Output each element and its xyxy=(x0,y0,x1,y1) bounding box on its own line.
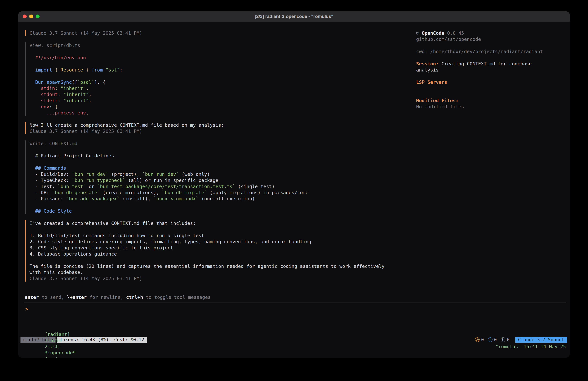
tmux-host-clock: "romulus" 15:41 14-May-25 xyxy=(496,344,566,350)
terminal-line: Claude 3.7 Sonnet (14 May 2025 03:41 PM) xyxy=(30,275,409,282)
text-segment: `bun db generate` xyxy=(52,190,100,195)
terminal-content: Claude 3.7 Sonnet (14 May 2025 03:41 PM)… xyxy=(18,22,570,358)
terminal-line xyxy=(30,226,409,232)
status-bar: ctrl+? help Tokens: 16.4K (8%), Cost: $0… xyxy=(21,337,567,343)
tmux-window-nvim[interactable]: 1:nvim xyxy=(45,338,62,343)
text-segment xyxy=(30,79,35,85)
text-segment: 0.0.45 xyxy=(444,30,464,36)
text-segment: stderr xyxy=(41,98,58,103)
text-segment: Session: xyxy=(416,61,439,67)
text-segment: stdout xyxy=(41,92,58,97)
text-segment: Resource xyxy=(61,67,83,73)
text-segment: `psql` xyxy=(78,79,94,85)
terminal-line: github.com/sst/opencode xyxy=(416,36,565,42)
terminal-line: I've created a comprehensive CONTEXT.md … xyxy=(30,220,409,226)
terminal-line xyxy=(30,48,409,55)
text-segment: - Build/Dev: xyxy=(30,171,72,177)
text-segment: # Radiant Project Guidelines xyxy=(30,153,114,158)
text-segment: (apply migrations) in packages/core xyxy=(207,190,309,195)
text-segment: , xyxy=(86,110,89,116)
text-segment: (project), xyxy=(108,171,142,177)
info-icon: ⓘ xyxy=(488,337,493,343)
tmux-window-zsh2[interactable]: 2:zsh- xyxy=(45,344,62,349)
text-segment: Creating CONTEXT.md for codebase xyxy=(439,61,532,67)
text-segment: \+enter xyxy=(67,294,87,300)
hint-count: 0 xyxy=(507,337,510,343)
terminal-line: No modified files xyxy=(416,104,565,110)
terminal-line: The file is concise (20 lines) and captu… xyxy=(30,263,409,269)
terminal-line: Session: Creating CONTEXT.md for codebas… xyxy=(416,61,565,67)
zoom-button[interactable] xyxy=(36,15,40,18)
tmux-window-opencode[interactable]: 3:opencode* xyxy=(45,350,76,356)
terminal-line: Modified Files: xyxy=(416,97,565,104)
tmux-status-bar: [radiant] 1:nvim 2:zsh- 3:opencode* 4:zs… xyxy=(22,344,566,350)
text-segment: (create migrations), xyxy=(100,190,162,195)
text-segment: - TypeCheck: xyxy=(30,178,72,183)
text-segment: ## Commands xyxy=(30,165,66,171)
text-segment: 2. Code style guidelines covering import… xyxy=(30,239,311,245)
text-segment: `bun test` xyxy=(58,184,86,189)
info-count: 0 xyxy=(494,337,497,343)
tmux-window-zsh4[interactable]: 4:zsh xyxy=(45,356,59,358)
text-segment: `bun add <package>` xyxy=(66,196,120,202)
terminal-line: Claude 3.7 Sonnet (14 May 2025 03:41 PM) xyxy=(30,128,409,134)
text-segment xyxy=(30,110,46,116)
text-segment: Claude 3.7 Sonnet (14 May 2025 03:41 PM) xyxy=(30,30,142,36)
text-segment: Write: CONTEXT.md xyxy=(30,141,78,146)
text-segment: github.com/sst/opencode xyxy=(416,37,481,42)
model-chip[interactable]: Claude 3.7 Sonnet xyxy=(515,337,567,343)
input-separator xyxy=(24,303,566,303)
terminal-line: 3. CSS styling conventions specific to t… xyxy=(30,245,409,251)
text-segment: - Test: xyxy=(30,184,58,189)
terminal-line xyxy=(30,159,409,165)
text-segment: cwd: /home/thdxr/dev/projects/radiant/ra… xyxy=(416,49,543,54)
text-segment xyxy=(30,104,41,110)
terminal-line xyxy=(30,73,409,79)
terminal-line: enter to send, \+enter for newline, ctrl… xyxy=(25,294,210,300)
text-segment: `bun run dev` xyxy=(72,171,108,177)
text-segment: ## Code Style xyxy=(30,208,72,214)
titlebar: [2/3] radiant:3:opencode - "romulus" xyxy=(18,11,570,22)
text-segment: ], { xyxy=(94,79,106,85)
terminal-line: #!/usr/bin/env bun xyxy=(30,55,409,61)
text-segment: "inherit" xyxy=(63,98,89,103)
terminal-line: - Package: `bun add <package>` (install)… xyxy=(30,196,409,202)
message-input[interactable]: > xyxy=(25,306,563,332)
text-segment: (install), xyxy=(120,196,154,202)
minimize-button[interactable] xyxy=(29,15,33,18)
traffic-lights xyxy=(23,15,40,18)
text-segment: (single test) xyxy=(235,184,275,189)
terminal-line: cwd: /home/thdxr/dev/projects/radiant/ra… xyxy=(416,48,565,55)
tmux-window-list: [radiant] 1:nvim 2:zsh- 3:opencode* 4:zs… xyxy=(22,325,79,358)
text-segment: 4. Database operations guidance xyxy=(30,251,117,257)
text-segment: : xyxy=(58,92,63,97)
assistant-summary-block: I've created a comprehensive CONTEXT.md … xyxy=(25,220,409,282)
terminal-line: 2. Code style guidelines covering import… xyxy=(30,239,409,245)
text-segment: : xyxy=(58,98,63,103)
text-segment: I've created a comprehensive CONTEXT.md … xyxy=(30,221,196,226)
warning-icon: Ⓦ xyxy=(475,337,480,343)
terminal-line: 1. Build/lint/test commands including ho… xyxy=(30,232,409,239)
terminal-line: import { Resource } from "sst"; xyxy=(30,67,409,73)
text-segment: © xyxy=(416,30,422,36)
terminal-line: ## Commands xyxy=(30,165,409,171)
text-segment: enter xyxy=(25,294,39,300)
text-segment: `bun run typecheck` xyxy=(72,178,125,183)
terminal-line: © OpenCode 0.0.45 xyxy=(416,30,565,36)
text-segment: LSP Servers xyxy=(416,79,447,85)
text-segment: "sst" xyxy=(105,67,120,73)
terminal-line xyxy=(30,257,409,263)
tmux-session-name: [radiant] xyxy=(45,332,70,337)
text-segment: View: script/db.ts xyxy=(30,43,80,48)
terminal-line: Bun.spawnSync([`psql`], { xyxy=(30,79,409,85)
text-segment: Modified Files: xyxy=(416,98,459,103)
terminal-line xyxy=(416,42,565,48)
close-button[interactable] xyxy=(23,15,27,18)
text-segment: stdin xyxy=(41,86,55,91)
tool-write-block: Write: CONTEXT.md # Radiant Project Guid… xyxy=(25,140,409,214)
text-segment: No modified files xyxy=(416,104,464,110)
terminal-line: 4. Database operations guidance xyxy=(30,251,409,257)
terminal-line: View: script/db.ts xyxy=(30,42,409,48)
text-segment: to toggle tool messages xyxy=(143,294,210,300)
text-segment: #!/usr/bin/env bun xyxy=(30,55,86,60)
